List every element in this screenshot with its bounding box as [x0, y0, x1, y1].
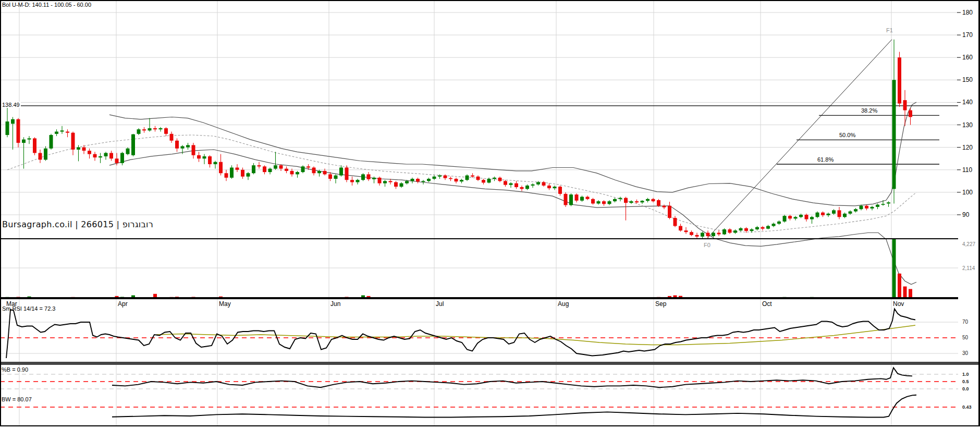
indicator-axis-label: 0.5 — [962, 379, 969, 384]
percent-b-indicator-label: %B = 0.90 — [2, 366, 28, 373]
volume-axis-label: 2,114 — [962, 265, 975, 271]
indicator-axis-label: 70 — [962, 319, 969, 325]
candlestick-series — [6, 40, 913, 239]
chart-canvas: 180170160150140130120110100904,2272,1147… — [0, 0, 980, 429]
indicator-axis-label: 1.0 — [962, 372, 969, 377]
percent-b-line — [112, 367, 912, 387]
month-label: Sep — [655, 300, 667, 308]
pane-separator — [0, 425, 980, 426]
price-axis-label: 110 — [962, 166, 972, 174]
last-price-label: 138.49 — [1, 102, 21, 108]
indicator-axis-label: 30 — [962, 350, 969, 356]
bandwidth-indicator-label: BW = 80.07 — [2, 396, 32, 402]
price-axis-label: 130 — [962, 121, 973, 129]
trading-chart-page: 180170160150140130120110100904,2272,1147… — [0, 0, 980, 429]
fib-f1-label: F1 — [886, 27, 893, 33]
volume-series — [6, 239, 913, 298]
fib-f0-label: F0 — [704, 242, 710, 248]
branding-title: Bursagraph.co.il | 266015 | רובוגרופ — [2, 219, 153, 229]
price-axis-label: 100 — [962, 189, 973, 196]
pane-separator — [0, 0, 980, 1]
price-axis-label: 140 — [962, 99, 973, 106]
month-label: Nov — [893, 300, 904, 308]
bollinger-upper-band — [109, 102, 916, 206]
rsi-line — [6, 309, 915, 359]
month-label: May — [219, 300, 231, 308]
pane-separator — [0, 0, 1, 426]
fib-trend-line — [708, 40, 892, 238]
price-axis-label: 170 — [962, 31, 973, 39]
fib-level-label: 38.2% — [861, 107, 877, 114]
bandwidth-line — [112, 395, 916, 418]
price-axis-label: 160 — [962, 54, 973, 61]
bollinger-values-label: Bol U-M-D: 140.11 - 100.05 - 60.00 — [2, 2, 91, 8]
month-label: Jun — [330, 300, 340, 308]
bollinger-middle-band — [7, 135, 916, 232]
indicator-axis-label: 0.0 — [962, 386, 969, 391]
volume-axis-label: 4,227 — [962, 241, 975, 247]
fib-level-label: 50.0% — [839, 132, 855, 138]
price-axis-label: 90 — [962, 211, 970, 218]
month-label: Oct — [762, 300, 772, 308]
fib-level-label: 61.8% — [817, 156, 834, 163]
pane-separator — [0, 238, 958, 239]
pane-separator — [0, 362, 980, 365]
indicator-axis-label: 50 — [962, 335, 969, 340]
pane-separator — [0, 297, 958, 299]
month-label: Apr — [118, 300, 128, 308]
month-label: Aug — [558, 300, 569, 308]
rsi-indicator-label: Sm.RSI 14/14 = 72.3 — [2, 305, 55, 312]
price-axis-label: 180 — [962, 9, 973, 16]
indicator-axis-label: 0.43 — [962, 405, 972, 410]
month-label: Jul — [436, 300, 444, 308]
price-axis-label: 150 — [962, 76, 973, 83]
price-axis-label: 120 — [962, 144, 973, 151]
